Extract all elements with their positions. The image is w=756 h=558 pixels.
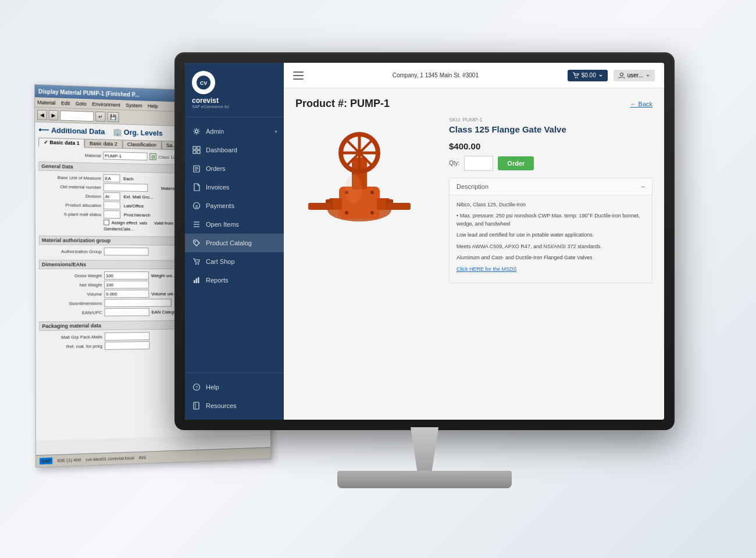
sap-size-input[interactable]: [104, 299, 171, 307]
sap-assign-checkbox[interactable]: [104, 220, 109, 226]
sap-menu-help[interactable]: Help: [148, 103, 158, 109]
sap-menu-material[interactable]: Material: [37, 99, 55, 106]
dollar-icon: $: [192, 201, 201, 210]
sap-base-uom-input[interactable]: [104, 174, 120, 183]
sap-net-label: Net Weight: [39, 282, 102, 287]
product-header: Product #: PUMP-1 ← Back: [295, 98, 652, 110]
svg-point-47: [370, 211, 374, 214]
sap-division-label: Division: [39, 193, 102, 199]
sap-division-input[interactable]: [104, 192, 120, 201]
svg-point-18: [198, 263, 199, 264]
sap-auth-label: Authorization Group: [39, 249, 102, 254]
monitor-screen: CV corevist SAP eCommerce for Admin: [185, 63, 664, 420]
sap-valid-label: Valid from: [154, 220, 174, 226]
sap-menu-goto[interactable]: Goto: [76, 101, 87, 106]
sidebar-item-open-items[interactable]: Open Items: [185, 215, 284, 234]
sap-command-field[interactable]: [60, 110, 94, 121]
logo-sub: SAP eCommerce for: [192, 105, 277, 109]
sap-ext-matl-label: Ext. Matl Gro...: [123, 194, 153, 199]
sap-ean-input[interactable]: [104, 308, 149, 316]
svg-point-48: [345, 175, 362, 204]
document-icon: [192, 183, 201, 192]
sap-back-btn[interactable]: ◀: [37, 109, 47, 120]
sap-enter-btn[interactable]: ↵: [95, 111, 105, 121]
sidebar-item-cart-shop-label: Cart Shop: [206, 258, 235, 265]
sidebar-item-product-catalog[interactable]: Product Catalog: [185, 234, 284, 252]
sidebar-item-payments-label: Payments: [206, 202, 234, 209]
main-content: Company, 1 1345 Main St. #3001 $0.00 use…: [284, 63, 664, 420]
svg-rect-43: [387, 203, 411, 210]
sap-gross-input[interactable]: [104, 271, 149, 280]
product-area: Product #: PUMP-1 ← Back: [284, 88, 664, 420]
product-image-area: [295, 117, 435, 283]
product-title: Product #: PUMP-1: [295, 98, 390, 110]
sap-refmat-label: Ref. mat. for pckg: [39, 344, 102, 350]
cart-icon: [192, 257, 201, 266]
sidebar-item-admin[interactable]: Admin: [185, 122, 284, 141]
qty-input[interactable]: [464, 156, 493, 171]
hamburger-menu[interactable]: [293, 71, 304, 80]
order-button[interactable]: Order: [498, 156, 534, 170]
sap-gross-label: Gross Weight: [39, 273, 102, 278]
sidebar-item-payments[interactable]: $ Payments: [185, 196, 284, 215]
svg-rect-6: [197, 151, 200, 153]
sidebar-item-help[interactable]: ? Help: [185, 378, 284, 396]
description-header[interactable]: Description −: [450, 178, 652, 195]
sap-refmat-input[interactable]: [105, 341, 150, 350]
sap-tab-classification[interactable]: Classification: [122, 140, 161, 149]
svg-point-46: [345, 211, 348, 214]
msds-link[interactable]: Click HERE for the MSDS: [457, 266, 517, 272]
sap-menu-system[interactable]: System: [126, 102, 142, 108]
sap-base-uom-label: Base Unit of Measure: [38, 174, 101, 181]
sap-material-input[interactable]: [103, 152, 147, 160]
hamburger-line2: [293, 75, 304, 76]
sap-tab-basic1[interactable]: ✓ Basic data 1: [38, 138, 84, 148]
sap-status-mode: INS: [139, 455, 147, 461]
sap-matlgrp-input[interactable]: [105, 332, 149, 341]
user-label: user...: [627, 72, 643, 78]
svg-rect-5: [193, 151, 196, 153]
sap-assign-effect-label: Assign effect. vals: [112, 220, 148, 225]
sidebar-bottom: ? Help Resources: [185, 373, 284, 420]
sap-old-matno-input[interactable]: [104, 183, 148, 192]
sidebar-item-invoices[interactable]: Invoices: [185, 178, 284, 196]
cart-amount: $0.00: [582, 72, 596, 78]
sidebar-item-orders[interactable]: Orders: [185, 159, 284, 178]
sap-menu-environment[interactable]: Environment: [92, 101, 120, 108]
back-link[interactable]: ← Back: [630, 101, 652, 108]
sap-title-text: Display Material PUMP-1 (Finished P...: [38, 88, 140, 98]
sap-tab-basic2[interactable]: Basic data 2: [84, 139, 122, 149]
sap-auth-input[interactable]: [104, 248, 149, 256]
product-image: [295, 117, 423, 245]
sidebar-logo-area: CV corevist SAP eCommerce for: [185, 63, 284, 117]
svg-point-26: [575, 77, 576, 78]
description-collapse-icon[interactable]: −: [641, 183, 645, 190]
topbar: Company, 1 1345 Main St. #3001 $0.00 use…: [284, 63, 664, 88]
sidebar-item-resources[interactable]: Resources: [185, 396, 284, 415]
user-button[interactable]: user...: [614, 70, 655, 81]
sap-volume-input[interactable]: [104, 289, 149, 298]
sidebar-item-cart-shop[interactable]: Cart Shop: [185, 252, 284, 271]
sap-net-input[interactable]: [104, 281, 149, 289]
svg-point-45: [370, 191, 374, 194]
sidebar-item-resources-label: Resources: [206, 402, 237, 409]
sap-fwd-btn[interactable]: ▶: [49, 110, 59, 120]
sidebar-item-reports[interactable]: Reports: [185, 271, 284, 289]
list-icon: [192, 220, 201, 229]
sidebar-item-invoices-label: Invoices: [206, 184, 229, 191]
sidebar-item-dashboard[interactable]: Dashboard: [185, 141, 284, 159]
sap-menu-edit[interactable]: Edit: [61, 100, 70, 106]
svg-rect-19: [194, 280, 195, 283]
product-name: Class 125 Flange Gate Valve: [449, 124, 652, 135]
sap-weightunit-label: Weight uni...: [151, 273, 176, 278]
cart-chevron-icon: [598, 73, 603, 78]
sap-save-btn[interactable]: 💾: [107, 112, 119, 122]
svg-text:?: ?: [195, 385, 198, 390]
sap-prod-alloc-input[interactable]: [104, 201, 120, 209]
sap-xplant-input[interactable]: [104, 210, 120, 219]
cart-button[interactable]: $0.00: [568, 70, 608, 81]
desc-bullet4: Aluminum and Cast- and Ductile-Iron Flan…: [457, 254, 645, 262]
description-body: Nibco, Class 125, Ductile-Iron • Max. pr…: [450, 195, 652, 283]
svg-point-16: [195, 241, 196, 242]
monitor-bezel: CV corevist SAP eCommerce for Admin: [174, 52, 675, 430]
